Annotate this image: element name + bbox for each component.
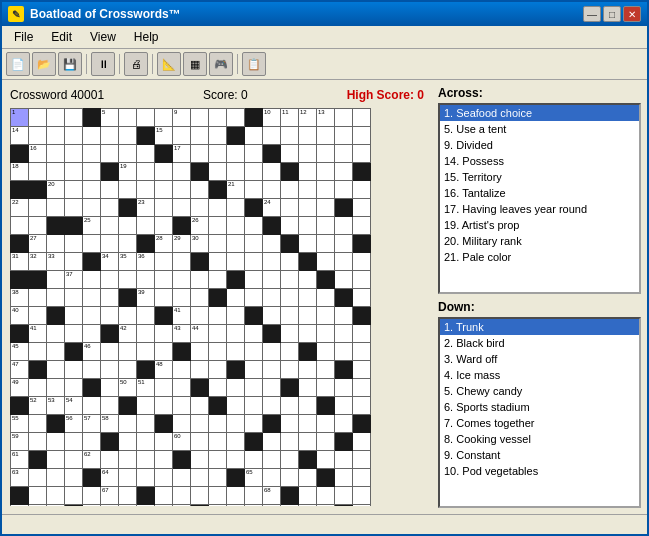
table-row[interactable]	[281, 451, 299, 469]
table-row[interactable]	[245, 145, 263, 163]
table-row[interactable]	[299, 505, 317, 507]
table-row[interactable]	[137, 361, 155, 379]
table-row[interactable]: 57	[83, 415, 101, 433]
table-row[interactable]	[245, 379, 263, 397]
table-row[interactable]	[83, 397, 101, 415]
table-row[interactable]	[83, 163, 101, 181]
table-row[interactable]: 34	[101, 253, 119, 271]
table-row[interactable]	[119, 235, 137, 253]
table-row[interactable]: 56	[65, 415, 83, 433]
table-row[interactable]	[29, 217, 47, 235]
table-row[interactable]	[299, 325, 317, 343]
table-row[interactable]	[83, 307, 101, 325]
table-row[interactable]	[335, 181, 353, 199]
table-row[interactable]	[281, 217, 299, 235]
table-row[interactable]	[245, 307, 263, 325]
table-row[interactable]	[29, 469, 47, 487]
table-row[interactable]	[227, 415, 245, 433]
table-row[interactable]	[263, 271, 281, 289]
table-row[interactable]	[65, 505, 83, 507]
table-row[interactable]	[191, 109, 209, 127]
table-row[interactable]	[317, 145, 335, 163]
table-row[interactable]	[227, 487, 245, 505]
table-row[interactable]	[191, 163, 209, 181]
table-row[interactable]	[101, 343, 119, 361]
maximize-button[interactable]: □	[603, 6, 621, 22]
table-row[interactable]	[263, 253, 281, 271]
table-row[interactable]	[209, 343, 227, 361]
table-row[interactable]	[353, 289, 371, 307]
table-row[interactable]: 40	[11, 307, 29, 325]
table-row[interactable]: 60	[173, 433, 191, 451]
table-row[interactable]	[155, 397, 173, 415]
table-row[interactable]	[227, 109, 245, 127]
table-row[interactable]	[299, 361, 317, 379]
table-row[interactable]	[317, 343, 335, 361]
table-row[interactable]	[29, 109, 47, 127]
table-row[interactable]	[11, 325, 29, 343]
table-row[interactable]	[335, 217, 353, 235]
across-clue-list[interactable]: 1. Seafood choice5. Use a tent9. Divided…	[440, 105, 639, 292]
table-row[interactable]	[227, 217, 245, 235]
list-item[interactable]: 9. Constant	[440, 447, 639, 463]
table-row[interactable]	[245, 235, 263, 253]
table-row[interactable]: 9	[173, 109, 191, 127]
table-row[interactable]	[245, 289, 263, 307]
table-row[interactable]: 51	[137, 379, 155, 397]
table-row[interactable]	[191, 253, 209, 271]
table-row[interactable]	[335, 145, 353, 163]
table-row[interactable]	[209, 253, 227, 271]
table-row[interactable]	[11, 271, 29, 289]
table-row[interactable]: 25	[83, 217, 101, 235]
table-row[interactable]	[119, 307, 137, 325]
table-row[interactable]	[191, 145, 209, 163]
table-row[interactable]	[65, 127, 83, 145]
table-row[interactable]	[209, 379, 227, 397]
table-row[interactable]	[335, 325, 353, 343]
table-row[interactable]	[281, 253, 299, 271]
table-row[interactable]: 68	[263, 487, 281, 505]
table-row[interactable]: 55	[11, 415, 29, 433]
table-row[interactable]: 67	[101, 487, 119, 505]
table-row[interactable]	[65, 199, 83, 217]
table-row[interactable]	[83, 361, 101, 379]
table-row[interactable]	[119, 343, 137, 361]
table-row[interactable]	[83, 379, 101, 397]
table-row[interactable]	[209, 271, 227, 289]
table-row[interactable]	[29, 379, 47, 397]
table-row[interactable]	[353, 451, 371, 469]
table-row[interactable]	[353, 433, 371, 451]
table-row[interactable]	[263, 343, 281, 361]
table-row[interactable]	[101, 235, 119, 253]
table-row[interactable]	[173, 163, 191, 181]
table-row[interactable]: 11	[281, 109, 299, 127]
table-row[interactable]: 59	[11, 433, 29, 451]
table-row[interactable]	[173, 199, 191, 217]
table-row[interactable]	[47, 343, 65, 361]
table-row[interactable]	[263, 217, 281, 235]
table-row[interactable]	[155, 433, 173, 451]
table-row[interactable]	[353, 235, 371, 253]
table-row[interactable]	[173, 343, 191, 361]
table-row[interactable]	[245, 271, 263, 289]
table-row[interactable]	[263, 235, 281, 253]
table-row[interactable]	[335, 289, 353, 307]
table-row[interactable]	[227, 379, 245, 397]
table-row[interactable]	[281, 469, 299, 487]
table-row[interactable]	[335, 469, 353, 487]
table-row[interactable]	[335, 163, 353, 181]
table-row[interactable]	[209, 163, 227, 181]
game-button[interactable]: 🎮	[209, 52, 233, 76]
table-row[interactable]	[119, 505, 137, 507]
table-row[interactable]	[263, 325, 281, 343]
table-row[interactable]	[65, 469, 83, 487]
table-row[interactable]	[263, 433, 281, 451]
table-row[interactable]	[173, 253, 191, 271]
table-row[interactable]	[119, 217, 137, 235]
table-row[interactable]	[29, 451, 47, 469]
list-item[interactable]: 5. Use a tent	[440, 121, 639, 137]
table-row[interactable]	[353, 361, 371, 379]
table-row[interactable]	[227, 289, 245, 307]
table-row[interactable]	[317, 433, 335, 451]
table-row[interactable]	[11, 181, 29, 199]
